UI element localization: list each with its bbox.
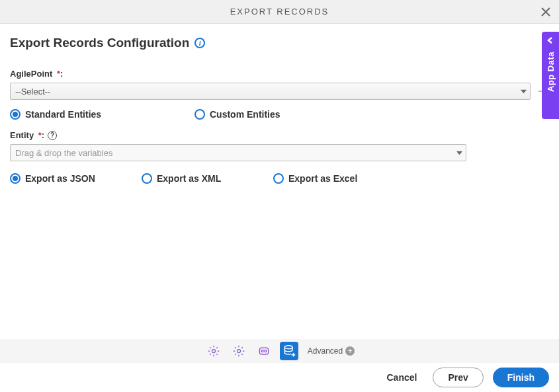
svg-point-1 — [237, 350, 240, 353]
radio-icon — [10, 109, 21, 120]
advanced-label-text: Advanced — [308, 346, 343, 356]
svg-point-4 — [265, 350, 267, 352]
app-data-side-tab[interactable]: App Data — [542, 32, 559, 119]
process-icon — [257, 344, 271, 358]
radio-icon — [273, 173, 284, 184]
agilepoint-label: AgilePoint *: — [10, 69, 549, 79]
info-icon[interactable]: i — [194, 38, 205, 48]
help-icon[interactable]: ? — [48, 131, 57, 140]
toolbar-settings-3[interactable] — [255, 342, 273, 360]
gear-icon — [232, 344, 245, 358]
dialog-footer: Cancel Prev Finish — [0, 363, 559, 392]
gear-icon — [207, 344, 220, 358]
dialog-header: EXPORT RECORDS — [0, 0, 559, 24]
agilepoint-label-text: AgilePoint — [10, 69, 52, 79]
svg-point-0 — [212, 350, 215, 353]
radio-standard-entities[interactable]: Standard Entities — [10, 109, 194, 120]
database-export-icon — [282, 344, 296, 358]
radio-icon — [10, 173, 21, 184]
agilepoint-select[interactable]: --Select-- — [10, 83, 531, 100]
plus-circle-icon: + — [345, 346, 355, 356]
radio-icon — [194, 109, 205, 120]
agilepoint-select-row: --Select-- — [10, 83, 549, 100]
side-tab-label: App Data — [546, 52, 556, 92]
radio-label: Export as Excel — [288, 173, 357, 184]
entity-label: Entity *: ? — [10, 130, 549, 140]
advanced-toggle[interactable]: Advanced + — [308, 346, 355, 356]
close-button[interactable] — [539, 5, 552, 19]
agilepoint-select-wrapper: --Select-- — [10, 83, 531, 100]
radio-label: Export as XML — [157, 173, 221, 184]
required-indicator: * — [54, 69, 60, 79]
radio-label: Export as JSON — [25, 173, 95, 184]
bottom-toolbar: Advanced + — [0, 339, 559, 363]
entity-input[interactable]: Drag & drop the variables — [10, 144, 466, 161]
svg-point-5 — [284, 346, 292, 349]
entity-field: Entity *: ? Drag & drop the variables — [10, 130, 549, 161]
toolbar-settings-2[interactable] — [230, 342, 248, 360]
radio-label: Standard Entities — [25, 109, 101, 120]
radio-export-excel[interactable]: Export as Excel — [273, 173, 405, 184]
radio-export-json[interactable]: Export as JSON — [10, 173, 142, 184]
radio-custom-entities[interactable]: Custom Entities — [194, 109, 280, 120]
entity-select-wrapper: Drag & drop the variables — [10, 144, 466, 161]
finish-button[interactable]: Finish — [493, 368, 549, 387]
toolbar-export-db[interactable] — [280, 342, 298, 360]
radio-icon — [142, 173, 152, 184]
svg-point-3 — [261, 350, 263, 352]
agilepoint-field: AgilePoint *: --Select-- — [10, 69, 549, 100]
entity-type-radio-group: Standard Entities Custom Entities — [10, 109, 549, 120]
entity-label-text: Entity — [10, 130, 34, 140]
prev-button[interactable]: Prev — [433, 368, 483, 387]
toolbar-settings-1[interactable] — [204, 342, 223, 360]
required-indicator: * — [36, 130, 42, 140]
export-format-radio-group: Export as JSON Export as XML Export as E… — [10, 173, 549, 184]
content-area: Export Records Configuration i AgilePoin… — [0, 24, 559, 184]
dialog-title: EXPORT RECORDS — [230, 7, 329, 17]
page-title-row: Export Records Configuration i — [10, 36, 549, 50]
chevron-left-icon — [547, 37, 554, 44]
cancel-button[interactable]: Cancel — [380, 368, 423, 387]
radio-label: Custom Entities — [210, 109, 280, 120]
page-title: Export Records Configuration — [10, 36, 189, 50]
close-icon — [541, 7, 550, 17]
radio-export-xml[interactable]: Export as XML — [142, 173, 273, 184]
